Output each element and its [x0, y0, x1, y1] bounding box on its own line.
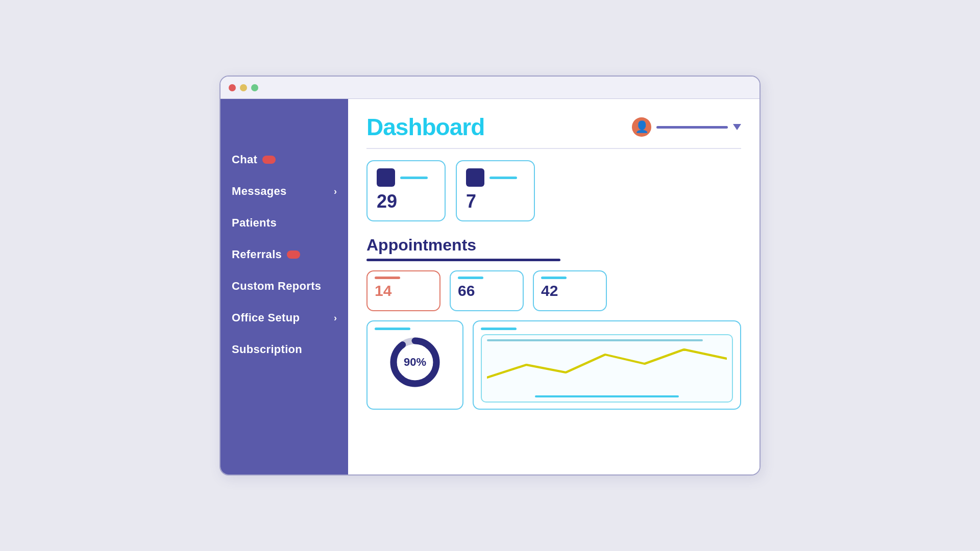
page-title: Dashboard: [366, 113, 484, 141]
line-chart-bottom-accent: [535, 395, 679, 397]
minimize-button[interactable]: [240, 84, 247, 91]
stat-card-1[interactable]: 7: [456, 160, 535, 221]
line-chart-inner: [481, 334, 733, 403]
browser-titlebar: [220, 77, 760, 99]
sidebar-item-subscription[interactable]: Subscription: [220, 334, 348, 365]
sidebar-item-custom-reports-left: Custom Reports: [232, 280, 321, 293]
chat-badge: [262, 156, 276, 164]
appt-card-0-line: [375, 277, 400, 279]
maximize-button[interactable]: [251, 84, 258, 91]
stat-card-0-number: 29: [377, 191, 435, 212]
app-layout: Chat Messages › Patients: [220, 99, 760, 474]
appt-card-1[interactable]: 66: [450, 270, 524, 311]
close-button[interactable]: [229, 84, 236, 91]
appt-card-1-number: 66: [458, 282, 513, 299]
line-chart-card-top-line: [481, 328, 517, 330]
header-right: 👤: [632, 117, 741, 137]
donut-chart: 90%: [387, 334, 443, 390]
appointments-section: Appointments 14 66 42: [366, 236, 741, 410]
sidebar-item-referrals[interactable]: Referrals: [220, 239, 348, 270]
sidebar-item-referrals-left: Referrals: [232, 248, 300, 261]
sidebar-item-office-setup-left: Office Setup: [232, 311, 300, 324]
line-chart-top-accent: [487, 339, 703, 341]
sidebar-nav: Chat Messages › Patients: [220, 144, 348, 365]
stat-card-1-number: 7: [466, 191, 525, 212]
appt-cards-row: 14 66 42: [366, 270, 741, 311]
line-chart-svg: [487, 344, 727, 390]
sidebar-item-patients[interactable]: Patients: [220, 207, 348, 239]
avatar-icon: 👤: [635, 121, 649, 133]
main-header: Dashboard 👤: [366, 113, 741, 149]
sidebar-label-patients: Patients: [232, 216, 277, 230]
sidebar-logo-area: [220, 108, 348, 139]
browser-window: Chat Messages › Patients: [219, 76, 761, 475]
appointments-underline: [366, 259, 560, 261]
referrals-badge: [287, 251, 300, 259]
stat-card-0[interactable]: 29: [366, 160, 446, 221]
sidebar-label-office-setup: Office Setup: [232, 311, 300, 324]
stat-card-1-icon: [466, 168, 484, 187]
appt-card-2-line: [541, 277, 567, 279]
appt-card-1-line: [458, 277, 483, 279]
header-user-bar: [656, 126, 728, 129]
sidebar-label-messages: Messages: [232, 185, 287, 198]
sidebar-item-chat[interactable]: Chat: [220, 144, 348, 176]
appointments-title: Appointments: [366, 236, 741, 255]
sidebar-label-chat: Chat: [232, 153, 257, 166]
sidebar-item-chat-left: Chat: [232, 153, 276, 166]
appt-card-2-number: 42: [541, 282, 597, 299]
sidebar-item-subscription-left: Subscription: [232, 343, 302, 356]
stat-card-0-icon-row: [377, 168, 435, 187]
stat-card-1-icon-row: [466, 168, 525, 187]
line-chart-canvas: [487, 344, 727, 393]
traffic-lights: [229, 84, 258, 91]
donut-card[interactable]: 90%: [366, 320, 463, 410]
stat-cards-row: 29 7: [366, 160, 741, 221]
line-chart-card[interactable]: [473, 320, 741, 410]
sidebar-item-messages[interactable]: Messages ›: [220, 176, 348, 207]
sidebar-item-custom-reports[interactable]: Custom Reports: [220, 270, 348, 302]
stat-card-1-line: [489, 177, 517, 179]
sidebar-label-referrals: Referrals: [232, 248, 282, 261]
sidebar-item-patients-left: Patients: [232, 216, 277, 230]
donut-percent-label: 90%: [404, 356, 426, 369]
sidebar-label-custom-reports: Custom Reports: [232, 280, 321, 293]
header-dropdown-icon[interactable]: [733, 124, 741, 130]
office-setup-chevron-icon: ›: [334, 313, 337, 323]
sidebar-label-subscription: Subscription: [232, 343, 302, 356]
appt-card-2[interactable]: 42: [533, 270, 607, 311]
appt-card-0[interactable]: 14: [366, 270, 440, 311]
sidebar: Chat Messages › Patients: [220, 99, 348, 474]
appt-card-0-number: 14: [375, 282, 430, 299]
main-content: Dashboard 👤 29: [348, 99, 760, 474]
sidebar-item-office-setup[interactable]: Office Setup ›: [220, 302, 348, 334]
avatar[interactable]: 👤: [632, 117, 651, 137]
stat-card-0-icon: [377, 168, 395, 187]
stat-card-0-line: [400, 177, 428, 179]
donut-card-top-line: [375, 328, 410, 330]
messages-chevron-icon: ›: [334, 186, 337, 197]
sidebar-item-messages-left: Messages: [232, 185, 287, 198]
bottom-cards-row: 90%: [366, 320, 741, 410]
